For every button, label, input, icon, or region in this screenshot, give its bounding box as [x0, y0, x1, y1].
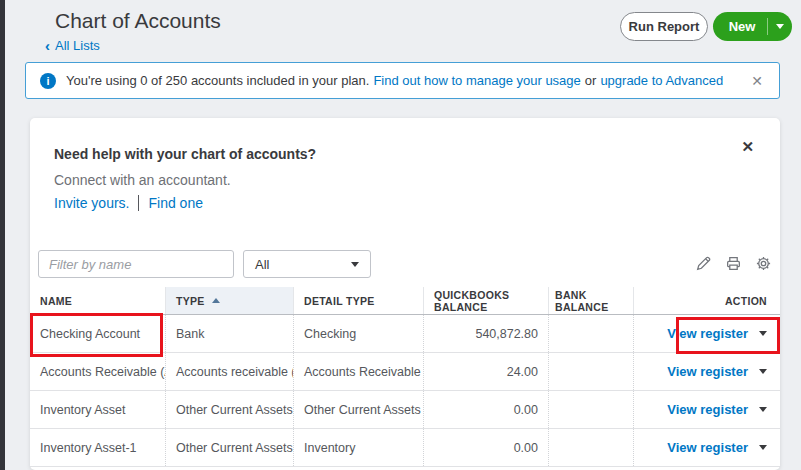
- column-header-type-label: TYPE: [176, 295, 205, 307]
- action-dropdown-icon[interactable]: [759, 369, 767, 374]
- action-dropdown-icon[interactable]: [759, 331, 767, 336]
- print-icon[interactable]: [725, 255, 742, 272]
- type-filter-value: All: [255, 257, 269, 272]
- usage-message: You're using 0 of 250 accounts included …: [66, 73, 369, 88]
- cell-action: View register: [633, 391, 780, 428]
- view-register-link[interactable]: View register: [667, 364, 748, 379]
- cell-action: View register: [633, 429, 780, 466]
- new-button[interactable]: New: [713, 12, 792, 41]
- action-dropdown-icon[interactable]: [759, 445, 767, 450]
- cell-detail-type: Accounts Receivable (A...: [293, 353, 423, 390]
- accounts-table: NAME TYPE DETAIL TYPE QUICKBOOKS BALANCE…: [30, 287, 780, 467]
- cell-action: View register: [633, 315, 780, 352]
- settings-gear-icon[interactable]: [755, 255, 772, 272]
- view-register-link[interactable]: View register: [667, 440, 748, 455]
- new-dropdown-toggle[interactable]: [768, 24, 792, 29]
- table-row-inventory-asset-1: Inventory Asset-1 Other Current Assets I…: [30, 429, 780, 467]
- column-header-bank-balance[interactable]: BANK BALANCE: [548, 287, 633, 314]
- table-row-inventory-asset: Inventory Asset Other Current Assets Oth…: [30, 391, 780, 429]
- column-header-type[interactable]: TYPE: [165, 287, 293, 314]
- find-accountant-link[interactable]: Find one: [148, 195, 202, 211]
- type-filter-select[interactable]: All: [243, 250, 371, 278]
- chevron-left-icon: ‹: [45, 39, 50, 52]
- sort-ascending-icon: [212, 298, 220, 303]
- cell-action: View register: [633, 353, 780, 390]
- invite-accountant-link[interactable]: Invite yours.: [54, 195, 129, 211]
- cell-name: Accounts Receivable (A/R): [30, 353, 165, 390]
- view-register-link[interactable]: View register: [667, 326, 748, 341]
- cell-quickbooks-balance: 540,872.80: [423, 315, 548, 352]
- back-link-label: All Lists: [55, 38, 100, 53]
- cell-bank-balance: [548, 315, 633, 352]
- accounts-card: Need help with your chart of accounts? C…: [30, 118, 780, 470]
- cell-detail-type: Other Current Assets: [293, 391, 423, 428]
- help-card-links: Invite yours. Find one: [54, 195, 203, 211]
- table-header-row: NAME TYPE DETAIL TYPE QUICKBOOKS BALANCE…: [30, 287, 780, 315]
- usage-banner: i You're using 0 of 250 accounts include…: [25, 62, 780, 99]
- cell-type: Other Current Assets: [165, 429, 293, 466]
- cell-detail-type: Inventory: [293, 429, 423, 466]
- banner-close-icon[interactable]: ✕: [751, 73, 763, 89]
- links-divider: [138, 195, 139, 211]
- cell-name: Inventory Asset: [30, 391, 165, 428]
- column-header-action: ACTION: [633, 287, 780, 314]
- cell-name: Inventory Asset-1: [30, 429, 165, 466]
- action-dropdown-icon[interactable]: [759, 407, 767, 412]
- table-row-accounts-receivable: Accounts Receivable (A/R) Accounts recei…: [30, 353, 780, 391]
- usage-connector: or: [585, 73, 597, 88]
- upgrade-advanced-link[interactable]: upgrade to Advanced: [600, 73, 723, 88]
- help-card-title: Need help with your chart of accounts?: [54, 146, 316, 162]
- chevron-down-icon: [776, 24, 784, 29]
- cell-type: Accounts receivable (A/R): [165, 353, 293, 390]
- cell-quickbooks-balance: 0.00: [423, 429, 548, 466]
- column-header-quickbooks-balance[interactable]: QUICKBOOKS BALANCE: [423, 287, 548, 314]
- sidebar-edge: [0, 0, 5, 470]
- run-report-label: Run Report: [629, 19, 700, 34]
- column-header-name[interactable]: NAME: [30, 287, 165, 314]
- table-toolbar: [695, 255, 772, 272]
- cell-bank-balance: [548, 353, 633, 390]
- chevron-down-icon: [351, 262, 359, 267]
- cell-type: Bank: [165, 315, 293, 352]
- help-card-close-icon[interactable]: ✕: [741, 138, 754, 156]
- cell-bank-balance: [548, 429, 633, 466]
- help-card-body: Connect with an accountant.: [54, 172, 231, 188]
- cell-quickbooks-balance: 24.00: [423, 353, 548, 390]
- cell-bank-balance: [548, 391, 633, 428]
- column-header-detail-type[interactable]: DETAIL TYPE: [293, 287, 423, 314]
- manage-usage-link[interactable]: Find out how to manage your usage: [373, 73, 580, 88]
- cell-type: Other Current Assets: [165, 391, 293, 428]
- run-report-button[interactable]: Run Report: [620, 12, 708, 41]
- table-row-checking-account: Checking Account Bank Checking 540,872.8…: [30, 315, 780, 353]
- cell-name: Checking Account: [30, 315, 165, 352]
- view-register-link[interactable]: View register: [667, 402, 748, 417]
- page-title: Chart of Accounts: [55, 9, 221, 33]
- info-icon: i: [40, 73, 56, 89]
- filter-by-name-input[interactable]: [38, 250, 234, 278]
- chart-of-accounts-screen: Chart of Accounts ‹ All Lists Run Report…: [0, 0, 801, 470]
- new-button-label: New: [713, 19, 767, 34]
- edit-pencil-icon[interactable]: [695, 255, 712, 272]
- cell-quickbooks-balance: 0.00: [423, 391, 548, 428]
- cell-detail-type: Checking: [293, 315, 423, 352]
- back-link-all-lists[interactable]: ‹ All Lists: [45, 38, 100, 53]
